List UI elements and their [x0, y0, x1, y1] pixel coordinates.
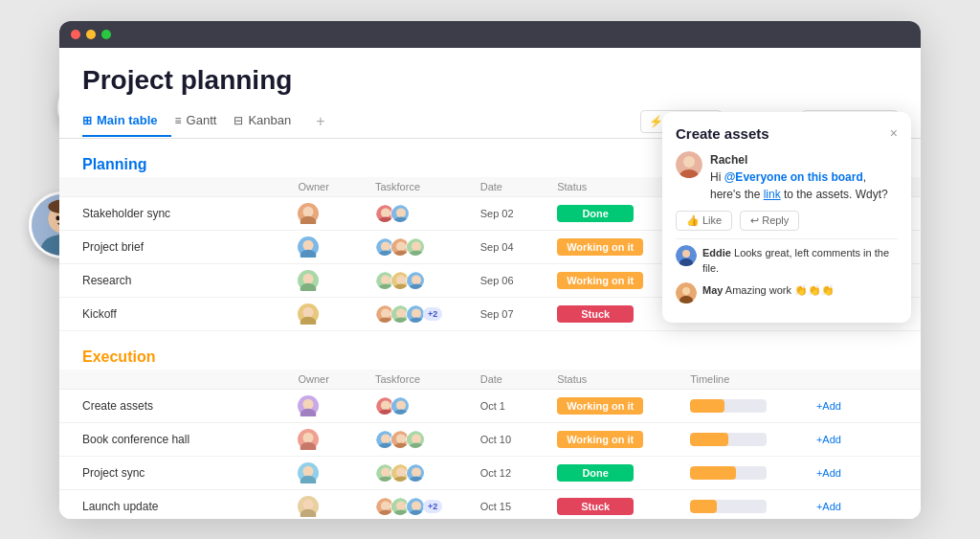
date-cell: Oct 15 [473, 489, 549, 519]
status-badge: Working on it [557, 272, 643, 289]
reply-icon: ↩ [750, 214, 759, 227]
main-window: Project planning ··· ⊞ Main table ≡ Gant… [59, 21, 921, 519]
taskforce-plus-badge: +2 [423, 307, 442, 321]
taskforce-cell [368, 196, 473, 230]
svg-point-62 [381, 308, 390, 318]
table-row: Create assetsOct 1Working on it+Add [59, 389, 921, 422]
timeline-cell [682, 422, 809, 456]
task-name-cell[interactable]: Project brief [59, 230, 290, 263]
header-area: Project planning ··· [59, 48, 921, 105]
like-button[interactable]: 👍 Like [676, 211, 732, 231]
task-name-cell[interactable]: Stakeholder sync [59, 196, 290, 230]
svg-point-71 [303, 398, 314, 409]
svg-point-47 [303, 273, 314, 283]
svg-point-95 [381, 467, 390, 477]
task-name-cell[interactable]: Research [59, 263, 290, 297]
popup-title: Create assets [676, 139, 769, 142]
tab-add-button[interactable]: + [308, 105, 332, 138]
gantt-icon: ≡ [175, 114, 182, 127]
svg-point-38 [381, 241, 390, 251]
svg-point-41 [396, 241, 406, 251]
tab-main-table[interactable]: ⊞ Main table [82, 105, 171, 137]
svg-point-110 [396, 501, 406, 510]
col-header-date-ex: Date [473, 370, 549, 390]
status-cell[interactable]: Stuck [549, 489, 682, 519]
body-area: Planning Owner Taskforce Date Status [59, 139, 921, 519]
status-badge: Working on it [557, 238, 643, 256]
task-name-cell[interactable]: Launch update [59, 489, 290, 519]
comment-author-name: Rachel [710, 153, 747, 167]
svg-point-98 [396, 467, 406, 477]
col-header-owner: Owner [290, 177, 367, 197]
svg-point-29 [381, 208, 390, 217]
svg-point-113 [412, 501, 421, 510]
status-badge: Done [557, 205, 634, 222]
dep-cell[interactable]: +Add [809, 389, 921, 422]
status-badge: Working on it [557, 397, 643, 415]
col-header-dep-ex [809, 370, 921, 390]
assets-link[interactable]: link [764, 188, 781, 201]
col-header-taskforce-ex: Taskforce [368, 370, 473, 390]
tab-kanban[interactable]: ⊟ Kanban [234, 105, 304, 137]
tab-gantt[interactable]: ≡ Gantt [175, 105, 231, 137]
status-badge: Working on it [557, 431, 643, 448]
minimize-dot[interactable] [86, 30, 96, 39]
status-cell[interactable]: Done [549, 456, 682, 489]
comment-popup: Create assets × Rachel Hi @Everyone on t… [662, 139, 911, 323]
table-row: Book conference hallOct 10Working on it+… [59, 422, 921, 456]
svg-point-80 [303, 432, 314, 442]
col-header-task [59, 177, 290, 197]
table-icon: ⊞ [82, 114, 92, 127]
dep-cell[interactable]: +Add [809, 422, 921, 456]
close-dot[interactable] [71, 30, 80, 39]
maximize-dot[interactable] [101, 30, 111, 39]
status-cell[interactable]: Working on it [549, 422, 682, 456]
reply-button[interactable]: ↩ Reply [740, 211, 799, 231]
reply-text-eddie: Eddie Looks great, left comments in the … [702, 245, 898, 277]
date-cell: Oct 1 [473, 389, 549, 422]
svg-point-92 [303, 465, 314, 476]
reply-name-eddie: Eddie [702, 247, 731, 258]
col-header-timeline-ex: Timeline [682, 370, 809, 390]
task-name-cell[interactable]: Book conference hall [59, 422, 290, 456]
date-cell: Sep 06 [473, 263, 549, 297]
col-header-task-ex [59, 370, 290, 390]
owner-cell [290, 263, 367, 297]
dep-cell[interactable]: +Add [809, 489, 921, 519]
owner-cell [290, 456, 367, 489]
taskforce-cell [368, 456, 473, 489]
reply-label: Reply [762, 214, 789, 226]
timeline-cell [682, 489, 809, 519]
svg-point-56 [412, 275, 421, 284]
svg-point-50 [381, 275, 390, 284]
svg-point-104 [303, 499, 314, 509]
timeline-cell [682, 456, 809, 489]
status-badge: Done [557, 464, 634, 482]
like-icon: 👍 [686, 214, 700, 227]
svg-point-35 [303, 239, 314, 250]
task-name-cell[interactable]: Project sync [59, 456, 290, 489]
like-label: Like [702, 214, 722, 226]
svg-point-83 [381, 434, 390, 443]
svg-point-65 [396, 308, 406, 318]
reply-name-may: May [702, 284, 723, 296]
col-header-owner-ex: Owner [290, 370, 367, 390]
task-name-cell[interactable]: Kickoff [59, 297, 290, 330]
col-header-date: Date [473, 177, 549, 197]
kanban-icon: ⊟ [234, 114, 243, 127]
svg-point-32 [396, 208, 406, 217]
divider [676, 238, 898, 239]
owner-cell [290, 297, 367, 330]
reply-eddie: Eddie Looks great, left comments in the … [676, 245, 898, 277]
svg-point-74 [381, 400, 390, 410]
date-cell: Oct 10 [473, 422, 549, 456]
popup-close-button[interactable]: × [890, 139, 898, 142]
task-name-cell[interactable]: Create assets [59, 389, 290, 422]
dep-cell[interactable]: +Add [809, 456, 921, 489]
status-cell[interactable]: Working on it [549, 389, 682, 422]
main-content: Project planning ··· ⊞ Main table ≡ Gant… [59, 48, 921, 519]
svg-point-68 [412, 308, 421, 318]
svg-point-44 [412, 241, 421, 251]
svg-point-107 [381, 501, 390, 510]
owner-cell [290, 422, 367, 456]
